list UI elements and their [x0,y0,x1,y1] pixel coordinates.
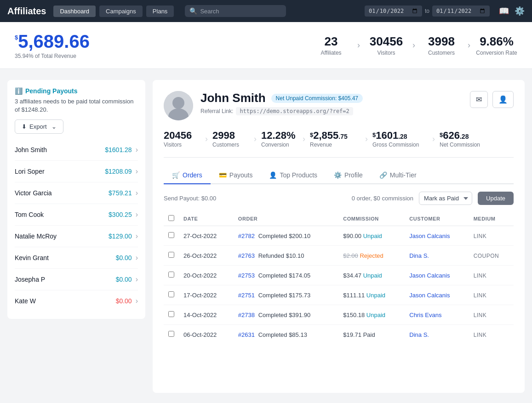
table-row: 20-Oct-2022 #2753 Completed $174.05 $34.… [164,266,514,285]
order-amount: $10.10 [286,252,304,259]
list-item[interactable]: Kate W $0.00 › [15,290,138,312]
row-date: 26-Oct-2022 [179,246,234,266]
row-customer: Jason Calcanis [405,285,469,305]
commission-strike: $2.00 [343,252,358,259]
email-button[interactable]: ✉ [470,91,488,108]
referral-link-row: Referral Link: https://demo.storeapps.or… [200,107,463,115]
export-button[interactable]: ⬇ Export ⌄ [15,119,63,134]
select-all-checkbox[interactable] [168,215,174,221]
row-customer: Jason Calcanis [405,226,469,246]
customer-link-0[interactable]: Jason Calcanis [409,233,450,239]
row-order: #2753 Completed $174.05 [234,266,338,285]
tab-icon-multi-tier: 🔗 [379,171,387,179]
sidebar: ℹ️ Pending Payouts 3 affiliates needs to… [7,80,145,393]
nav-campaigns-button[interactable]: Campaigns [99,6,143,17]
list-item[interactable]: John Smith $1601.28 › [15,139,138,161]
row-checkbox-5[interactable] [168,331,174,337]
affiliate-amount: $1208.09 [105,168,132,175]
tab-top-products[interactable]: 👤Top Products [261,167,326,184]
tab-multi-tier[interactable]: 🔗Multi-Tier [371,167,425,184]
tab-payouts[interactable]: 💳Payouts [211,167,261,184]
order-link-3[interactable]: #2751 [238,292,255,299]
affiliate-name: John Smith [15,146,47,153]
customers-stat: 3998 Customers › [421,34,476,56]
order-link-1[interactable]: #2763 [238,252,255,259]
col-order: ORDER [234,211,338,226]
update-button[interactable]: Update [478,192,514,205]
nav-plans-button[interactable]: Plans [146,6,174,17]
tab-label-payouts: Payouts [229,171,253,179]
row-date: 20-Oct-2022 [179,266,234,285]
search-input[interactable] [200,8,281,15]
nav-icon-group: 📖 ⚙️ [499,6,525,16]
date-from-input[interactable] [365,6,422,17]
customer-link-4[interactable]: Chris Evans [409,312,441,318]
row-checkbox-1[interactable] [168,252,174,258]
affiliate-chevron-icon: › [136,232,138,240]
row-checkbox-2[interactable] [168,272,174,278]
order-link-2[interactable]: #2753 [238,272,255,279]
info-icon: ℹ️ [15,87,23,95]
payment-status: Unpaid [366,292,385,299]
affiliates-stat: 23 Affiliates › [310,34,366,56]
affiliate-list: John Smith $1601.28 › Lori Soper $1208.0… [15,139,138,312]
affiliates-block: 23 Affiliates [310,34,352,56]
customer-link-1[interactable]: Dina S. [409,252,429,259]
date-range: to [365,6,490,17]
navbar: Affiliates Dashboard Campaigns Plans 🔍 t… [0,0,532,22]
stats-bar: $5,689.66 35.94% of Total Revenue 23 Aff… [0,22,532,69]
conversion-label: Conversion Rate [476,50,517,56]
row-checkbox-4[interactable] [168,311,174,317]
revenue-subtitle: 35.94% of Total Revenue [15,53,90,59]
visitors-stat: 30456 Visitors › [366,34,421,56]
tab-orders[interactable]: 🛒Orders [164,167,211,184]
pending-payouts-panel: ℹ️ Pending Payouts 3 affiliates needs to… [7,80,145,319]
table-header-row: DATE ORDER COMMISSION CUSTOMER MEDIUM [164,211,514,226]
affiliates-label: Affiliates [310,50,352,56]
row-medium: LINK [469,325,514,345]
row-checkbox-0[interactable] [168,232,174,238]
col-date: DATE [179,211,234,226]
book-icon[interactable]: 📖 [499,6,509,16]
profile-button[interactable]: 👤 [492,91,514,108]
row-checkbox-3[interactable] [168,291,174,297]
affiliate-amount: $759.21 [109,189,132,197]
list-item[interactable]: Victor Garcia $759.21 › [15,182,138,204]
payment-status: Rejected [360,252,383,259]
list-item[interactable]: Kevin Grant $0.00 › [15,247,138,269]
customer-link-2[interactable]: Jason Calcanis [409,272,450,279]
affiliates-count: 23 [310,34,352,49]
referral-url[interactable]: https://demo.storeapps.org/?ref=2 [236,107,353,115]
nav-dashboard-button[interactable]: Dashboard [53,6,96,17]
affiliate-amount: $0.00 [116,254,132,261]
orders-toolbar: Send Payout: $0.00 0 order, $0 commissio… [164,192,514,205]
customer-link-3[interactable]: Jason Calcanis [409,292,450,299]
svg-point-1 [172,97,184,109]
detail-gross-stat: $1601.28 Gross Commission [372,130,428,148]
date-to-input[interactable] [432,6,490,17]
list-item[interactable]: Tom Cook $300.25 › [15,204,138,226]
list-item[interactable]: Josepha P $0.00 › [15,269,138,290]
mark-paid-select[interactable]: Mark as Paid [419,192,472,205]
affiliate-name: Josepha P [15,276,45,283]
pending-payouts-info: 3 affiliates needs to be paid total comm… [15,97,138,114]
order-link-0[interactable]: #2782 [238,233,255,239]
settings-icon[interactable]: ⚙️ [515,6,525,16]
list-item[interactable]: Natalie McRoy $129.00 › [15,226,138,247]
list-item[interactable]: Lori Soper $1208.09 › [15,161,138,182]
detail-gross-lbl: Gross Commission [372,142,428,148]
row-check-cell [164,266,179,285]
customer-link-5[interactable]: Dina S. [409,331,429,338]
detail-visitors-stat: 20456 Visitors [164,130,200,148]
avatar [164,91,193,120]
chevron-icon-2: › [407,40,421,50]
payment-status: Paid [363,331,375,338]
order-link-4[interactable]: #2738 [238,312,255,318]
row-medium: LINK [469,226,514,246]
order-link-5[interactable]: #2631 [238,331,255,338]
pending-payouts-title: ℹ️ Pending Payouts [15,87,138,95]
stats-right-group: 23 Affiliates › 30456 Visitors › 3998 Cu… [310,34,517,56]
send-payout-label: Send Payout: $0.00 [164,195,346,202]
tab-profile[interactable]: ⚙️Profile [326,167,371,184]
table-row: 17-Oct-2022 #2751 Completed $175.73 $111… [164,285,514,305]
